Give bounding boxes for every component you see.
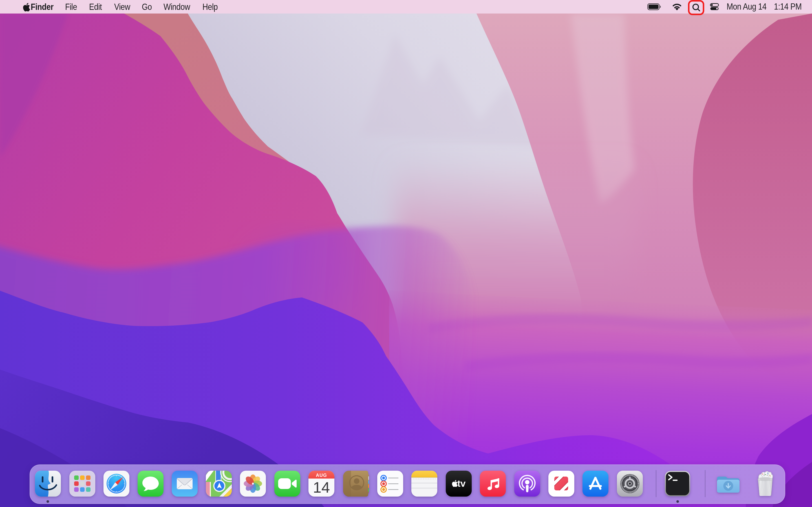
svg-text:14: 14 [313,479,330,496]
svg-text:AUG: AUG [316,473,327,478]
svg-text:tv: tv [457,478,466,489]
